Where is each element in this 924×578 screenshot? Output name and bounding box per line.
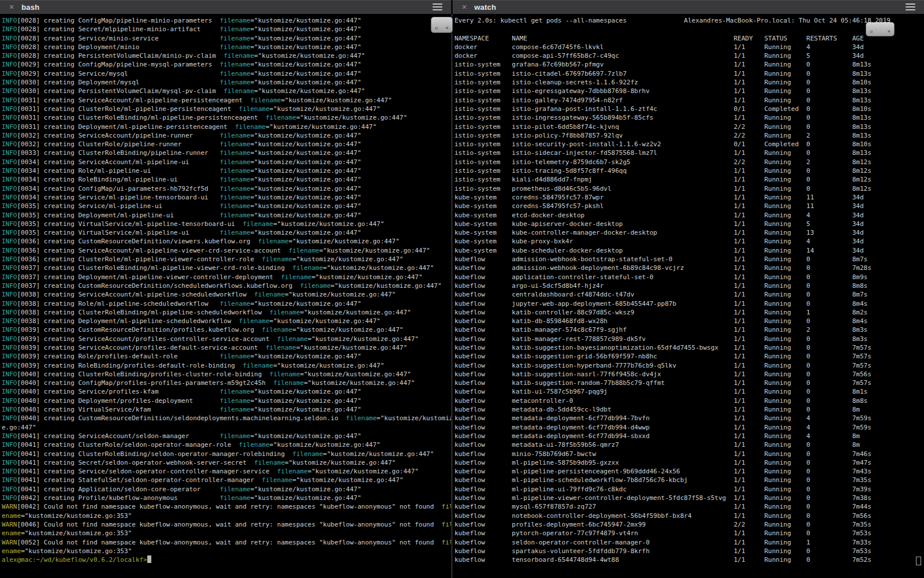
menu-icon[interactable] [433, 3, 442, 10]
pod-row: kubeflow katib-suggestion-random-77b88b5… [454, 379, 924, 387]
pod-row: istio-system istio-sidecar-injector-fd58… [454, 149, 924, 157]
cursor-hollow [916, 557, 921, 565]
log-line: INFO[0036] creating ServiceAccount/ml-pi… [2, 246, 451, 255]
log-line: INFO[0031] creating Deployment/ml-pipeli… [2, 123, 451, 131]
pod-row: istio-system istio-policy-7f8bb87857-92l… [454, 131, 924, 140]
pod-row: kubeflow minio-758b769d67-bwctw 1/1 Runn… [454, 450, 924, 458]
pod-row: kubeflow centraldashboard-cf4874ddc-t47d… [454, 290, 924, 299]
pod-row: kubeflow ml-pipeline-persistenceagent-9b… [454, 467, 924, 476]
pod-row: kubeflow jupyter-web-app-deployment-685b… [454, 299, 924, 308]
tab-title-watch: watch [474, 3, 496, 12]
cursor-block [147, 555, 151, 563]
log-line: INFO[0038] creating ClusterRoleBinding/m… [2, 308, 451, 317]
bash-log: INFO[0028] creating ConfigMap/pipeline-m… [2, 16, 451, 564]
pod-row: kube-system etcd-docker-desktop 1/1 Runn… [454, 211, 924, 220]
terminal-pane-bash: × bash INFO[0028] creating ConfigMap/pip… [0, 0, 451, 578]
log-line: INFO[0040] creating VirtualService/kfam … [2, 405, 451, 414]
watch-host-time: Alexandres-MacBook-Pro.local: Thu Oct 24… [684, 16, 891, 25]
log-line: INFO[0032] creating ServiceAccount/pipel… [2, 131, 451, 140]
pod-row: istio-system istio-telemetry-8759dc6b7-s… [454, 158, 924, 166]
log-line: INFO[0030] creating PersistentVolumeClai… [2, 87, 451, 95]
close-icon[interactable]: × [9, 3, 14, 11]
log-line: INFO[0039] creating ServiceAccount/profi… [2, 335, 451, 343]
pod-row: istio-system istio-grafana-post-install-… [454, 105, 924, 113]
log-line: INFO[0032] creating ClusterRole/pipeline… [2, 140, 451, 149]
log-line: INFO[0035] creating VirtualService/ml-pi… [2, 220, 451, 228]
pod-row: kubeflow profiles-deployment-6bc745947-2… [454, 520, 924, 529]
pod-row: docker compose-6c67d745f6-lkvkl 1/1 Runn… [454, 43, 924, 51]
terminal-output-bash[interactable]: INFO[0028] creating ConfigMap/pipeline-m… [0, 14, 451, 564]
pod-row: istio-system kiali-d4d886dd7-fnpmj 1/1 R… [454, 175, 924, 184]
log-line: INFO[0041] creating Application/seldon-c… [2, 485, 451, 494]
log-line: INFO[0040] creating Deployment/profiles-… [2, 397, 451, 405]
pod-row: kubeflow metadata-deployment-6cf77db994-… [454, 423, 924, 432]
log-line: INFO[0035] creating VirtualService/ml-pi… [2, 228, 451, 237]
pod-row: kubeflow katib-manager-574c8c67f9-sgjhf … [454, 325, 924, 334]
log-line: INFO[0037] creating ClusterRoleBinding/m… [2, 264, 451, 272]
pod-row: kube-system kube-apiserver-docker-deskto… [454, 220, 924, 228]
pod-row: kubeflow katib-suggestion-hyperband-7777… [454, 361, 924, 370]
log-line: INFO[0036] creating CustomResourceDefini… [2, 237, 451, 246]
pod-row: istio-system istio-galley-7474d97954-n82… [454, 96, 924, 105]
pod-row: kubeflow notebook-controller-deployment-… [454, 512, 924, 520]
log-line: INFO[0041] creating StatefulSet/seldon-o… [2, 476, 451, 484]
pod-row: istio-system prometheus-d8d46c5b5-96dvl … [454, 184, 924, 193]
watch-header: Every 2.0s: kubectl get pods --all-names… [454, 16, 891, 25]
log-line: INFO[0037] creating CustomResourceDefini… [2, 281, 451, 290]
log-line: INFO[0041] creating ServiceAccount/seldo… [2, 432, 451, 440]
pod-row: kubeflow admission-webhook-deployment-6b… [454, 264, 924, 272]
log-line: INFO[0028] creating Deployment/minio fil… [2, 43, 451, 51]
log-line: INFO[0030] creating Deployment/mysql fil… [2, 78, 451, 87]
pod-row: kubeflow ml-pipeline-viewer-controller-d… [454, 494, 924, 502]
pod-row: kube-system coredns-584795fc57-87wpr 1/1… [454, 193, 924, 202]
log-line: INFO[0038] creating Role/ml-pipeline-sch… [2, 299, 451, 308]
pods-table: NAMESPACE NAME READY STATUS RESTARTS AGE… [454, 34, 924, 565]
pod-row: kubeflow metadata-deployment-6cf77db994-… [454, 414, 924, 423]
pod-row: kubeflow seldon-operator-controller-mana… [454, 538, 924, 547]
tab-bar-watch: × watch [453, 0, 924, 14]
pod-row: istio-system grafana-67c69bb567-pfmgv 1/… [454, 60, 924, 69]
log-line: INFO[0036] creating ClusterRole/ml-pipel… [2, 255, 451, 264]
pod-row: kubeflow metacontroller-0 1/1 Running 0 … [454, 397, 924, 405]
log-line: INFO[0040] creating ConfigMap/profiles-p… [2, 379, 451, 387]
log-line: INFO[0040] creating CustomResourceDefini… [2, 414, 451, 432]
tab-bar-bash: × bash [0, 0, 451, 14]
pod-row: kubeflow katib-manager-rest-778857c989-d… [454, 335, 924, 343]
pod-row: kubeflow mysql-657f87857d-zq727 1/1 Runn… [454, 502, 924, 511]
terminal-output-watch[interactable]: Every 2.0s: kubectl get pods --all-names… [453, 14, 924, 564]
pod-row: kubeflow pytorch-operator-77c97f4879-vt4… [454, 529, 924, 538]
log-line: INFO[0031] creating ClusterRoleBinding/m… [2, 113, 451, 122]
log-line: INFO[0031] creating ServiceAccount/ml-pi… [2, 96, 451, 105]
pod-row: kubeflow metadata-db-5dd459cc-l9dbt 1/1 … [454, 405, 924, 414]
pod-row: istio-system istio-cleanup-secrets-1.1.6… [454, 78, 924, 87]
log-line: INFO[0031] creating ClusterRole/ml-pipel… [2, 105, 451, 113]
log-line: INFO[0042] creating Profile/kubeflow-ano… [2, 494, 451, 502]
pod-row: kubeflow katib-suggestion-grid-56bf69f59… [454, 352, 924, 361]
pod-row: kube-system kube-scheduler-docker-deskto… [454, 246, 924, 255]
log-line: INFO[0034] creating Service/ml-pipeline-… [2, 193, 451, 202]
shell-prompt-line: alex@mac:~/wd/kubeflow/v0.6.2/localkf> [2, 555, 451, 564]
log-line: INFO[0028] creating ConfigMap/pipeline-m… [2, 16, 451, 25]
pod-row: istio-system istio-egressgateway-7dbbb87… [454, 87, 924, 95]
log-line: WARN[0052] Could not find namespace kube… [2, 538, 451, 556]
pod-row: istio-system istio-tracing-5d8f57c8ff-49… [454, 166, 924, 175]
pod-row: istio-system istio-citadel-67697b6697-7z… [454, 69, 924, 78]
pod-row: istio-system istio-ingressgateway-565b89… [454, 113, 924, 122]
log-line: INFO[0028] creating PersistentVolumeClai… [2, 51, 451, 60]
pod-row: kubeflow ml-pipeline-ui-79ffd9c76-c8kdc … [454, 485, 924, 494]
watch-command: Every 2.0s: kubectl get pods --all-names… [454, 16, 627, 25]
tab-title-bash: bash [21, 3, 39, 12]
close-icon[interactable]: × [462, 3, 467, 11]
log-line: INFO[0041] creating ClusterRole/seldon-o… [2, 440, 451, 449]
pod-row: kubeflow admission-webhook-bootstrap-sta… [454, 255, 924, 264]
log-line: INFO[0037] creating Deployment/ml-pipeli… [2, 273, 451, 281]
pod-row: kubeflow argo-ui-5dcf5d8b4f-hjz4r 1/1 Ru… [454, 281, 924, 290]
log-line: INFO[0034] creating ConfigMap/ui-paramet… [2, 184, 451, 193]
pod-row: kube-system kube-proxy-bxk4r 1/1 Running… [454, 237, 924, 246]
log-line: WARN[0042] Could not find namespace kube… [2, 502, 451, 520]
pods-table-header: NAMESPACE NAME READY STATUS RESTARTS AGE [454, 34, 924, 43]
log-line: INFO[0041] creating ClusterRoleBinding/s… [2, 450, 451, 458]
pod-row: istio-system istio-security-post-install… [454, 140, 924, 149]
pod-row: kubeflow katib-db-8598468fd8-wx28h 1/1 R… [454, 317, 924, 325]
menu-icon[interactable] [906, 3, 915, 10]
